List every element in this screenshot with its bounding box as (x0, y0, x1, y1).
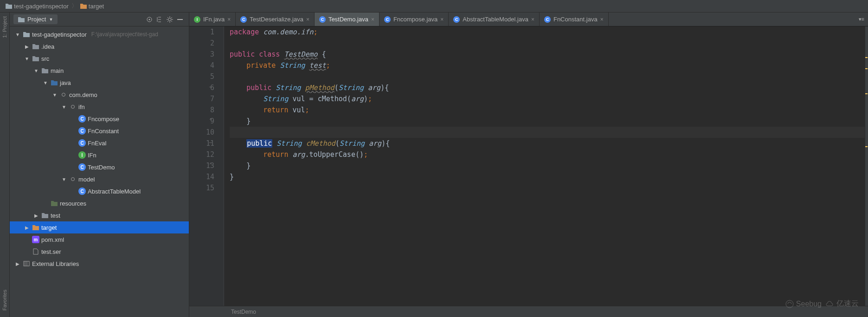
fold-icon[interactable]: ⌃ (208, 162, 213, 168)
watermark: Seebug 亿速云 (785, 299, 859, 309)
expand-arrow-icon[interactable]: ▶ (33, 213, 39, 218)
code-line[interactable]: } (230, 116, 865, 127)
code-line[interactable] (230, 71, 865, 82)
editor-minimap-rail[interactable] (865, 26, 868, 306)
expand-arrow-icon[interactable]: ▼ (51, 92, 58, 97)
tab-fncompose-java[interactable]: CFncompose.java× (379, 13, 449, 26)
close-icon[interactable]: × (227, 16, 231, 23)
tab-fnconstant-java[interactable]: CFnConstant.java× (540, 13, 609, 26)
code-line[interactable]: return arg.toUpperCase(); (230, 149, 865, 160)
tree-row-class-ifn[interactable]: IIFn (10, 149, 189, 161)
tree-row-test[interactable]: ▶test (10, 209, 189, 221)
gutter-line[interactable]: 10 (189, 127, 214, 138)
code-line[interactable]: } (230, 171, 865, 182)
close-icon[interactable]: × (306, 16, 309, 23)
gutter-line[interactable]: 5 (189, 71, 214, 82)
editor-body[interactable]: 123456–789⌃1011–1213⌃1415 package com.de… (189, 26, 868, 306)
tree-row-pkg-model[interactable]: ▼model (10, 173, 189, 185)
gutter-line[interactable]: 14 (189, 171, 214, 182)
tree-row-root[interactable]: ▼test-gadgetinspectorF:\java\javaproject… (10, 28, 189, 40)
code-line[interactable]: public String cMethod(String arg){ (230, 138, 865, 149)
expand-arrow-icon[interactable]: ▼ (42, 80, 49, 85)
project-tree[interactable]: ▼test-gadgetinspectorF:\java\javaproject… (10, 26, 189, 317)
gutter-line[interactable]: 3 (189, 49, 214, 60)
gutter-line[interactable]: 13⌃ (189, 160, 214, 171)
tree-row-pom[interactable]: mpom.xml (10, 233, 189, 246)
fold-icon[interactable]: – (208, 140, 213, 145)
code-line[interactable]: public String pMethod(String arg){ (230, 82, 865, 93)
code-area[interactable]: package com.demo.ifn; public class TestD… (224, 26, 865, 306)
tab-testdeserialize-java[interactable]: CTestDeserialize.java× (236, 13, 315, 26)
gutter-line[interactable]: 15 (189, 182, 214, 194)
hide-icon[interactable] (175, 14, 185, 25)
code-line[interactable]: String vul = cMethod(arg); (230, 93, 865, 104)
close-icon[interactable]: × (600, 16, 604, 23)
expand-arrow-icon[interactable]: ▼ (61, 177, 67, 182)
tree-row-resources[interactable]: resources (10, 197, 189, 209)
tree-row-class-testdemo[interactable]: CTestDemo (10, 161, 189, 173)
svg-rect-6 (24, 261, 29, 266)
expand-arrow-icon[interactable]: ▼ (33, 68, 39, 73)
tree-row-extlib[interactable]: ▶External Libraries (10, 258, 189, 270)
code-line[interactable]: public class TestDemo { (230, 49, 865, 60)
code-line[interactable] (230, 182, 865, 194)
tree-row-test-ser[interactable]: test.ser (10, 246, 189, 258)
file-icon (32, 248, 39, 255)
fold-icon[interactable]: – (208, 84, 213, 90)
gutter-line[interactable]: 11– (189, 138, 214, 149)
seebug-icon (785, 299, 794, 309)
expand-arrow-icon[interactable]: ▶ (14, 261, 21, 266)
left-rail-favorites[interactable]: Favorites (2, 286, 7, 314)
left-rail-project[interactable]: 1: Project (2, 13, 7, 41)
close-icon[interactable]: × (440, 16, 444, 23)
fold-icon[interactable]: ⌃ (208, 117, 213, 123)
expand-arrow-icon[interactable]: ▶ (24, 44, 30, 49)
tree-row-class-fnconstant[interactable]: CFnConstant (10, 125, 189, 137)
gear-icon[interactable] (165, 14, 175, 25)
gutter-line[interactable]: 12 (189, 149, 214, 160)
folder-icon (6, 3, 12, 9)
tree-row-target[interactable]: ▶target (10, 221, 189, 233)
tree-row-pkg-ifn[interactable]: ▼ifn (10, 101, 189, 113)
breadcrumb-item-target[interactable]: target (80, 3, 104, 10)
gutter-line[interactable]: 1 (189, 26, 214, 38)
expand-arrow-icon[interactable]: ▼ (61, 104, 67, 110)
expand-arrow-icon[interactable]: ▼ (24, 56, 30, 61)
gutter-line[interactable]: 7 (189, 93, 214, 104)
tree-row-java[interactable]: ▼java (10, 77, 189, 89)
expand-arrow-icon[interactable]: ▼ (14, 32, 21, 37)
locate-icon[interactable] (144, 14, 154, 25)
code-line[interactable]: } (230, 160, 865, 171)
code-line[interactable] (230, 38, 865, 49)
breadcrumb-item-root[interactable]: test-gadgetinspector (6, 3, 69, 10)
code-line[interactable] (230, 127, 865, 138)
tree-row-class-abstracttablemodel[interactable]: CAbstractTableModel (10, 185, 189, 197)
tree-row-main[interactable]: ▼main (10, 65, 189, 77)
project-view-selector[interactable]: Project ▼ (13, 14, 58, 24)
code-line[interactable]: package com.demo.ifn; (230, 26, 865, 38)
expand-all-icon[interactable] (154, 14, 165, 25)
tree-row-class-fneval[interactable]: CFnEval (10, 137, 189, 149)
line-gutter[interactable]: 123456–789⌃1011–1213⌃1415 (189, 26, 224, 306)
close-icon[interactable]: × (371, 16, 374, 23)
close-icon[interactable]: × (531, 16, 534, 23)
expand-arrow-icon[interactable]: ▶ (24, 225, 30, 230)
tab-list-icon[interactable]: ▾≡ (859, 16, 864, 22)
gutter-line[interactable]: 6– (189, 82, 214, 93)
gutter-line[interactable]: 8 (189, 104, 214, 116)
code-line[interactable]: private String test; (230, 60, 865, 71)
tree-row-idea[interactable]: ▶.idea (10, 40, 189, 52)
gutter-line[interactable]: 4 (189, 60, 214, 71)
tab-abstracttablemodel-java[interactable]: CAbstractTableModel.java× (449, 13, 540, 26)
tab-testdemo-java[interactable]: CTestDemo.java× (315, 13, 379, 26)
tree-row-class-fncompose[interactable]: CFncompose (10, 113, 189, 125)
tree-row-pkg-com-demo[interactable]: ▼com.demo (10, 89, 189, 101)
folder-icon (32, 55, 39, 62)
gutter-line[interactable]: 9⌃ (189, 116, 214, 127)
status-breadcrumb[interactable]: TestDemo (231, 309, 256, 315)
gutter-line[interactable]: 2 (189, 38, 214, 49)
code-line[interactable]: return vul; (230, 104, 865, 116)
tab-ifn-java[interactable]: IIFn.java× (189, 13, 236, 26)
tree-label: model (78, 176, 95, 183)
tree-row-src[interactable]: ▼src (10, 52, 189, 65)
